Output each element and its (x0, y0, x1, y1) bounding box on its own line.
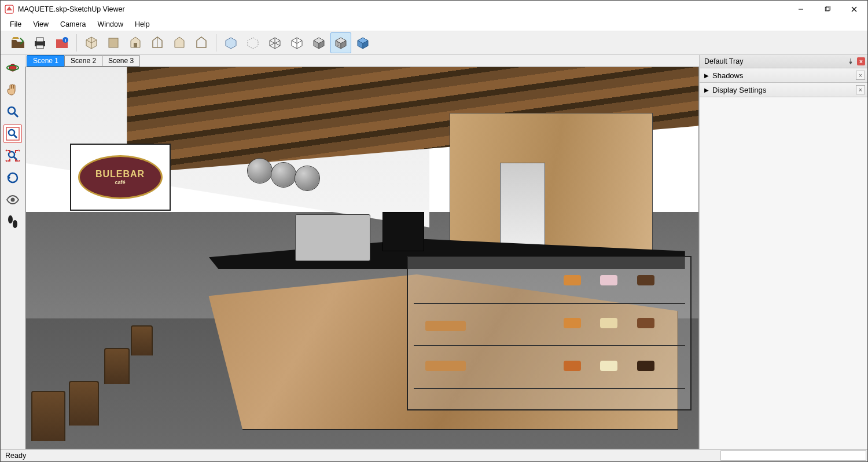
scene-tab-3[interactable]: Scene 3 (102, 55, 140, 67)
model-viewport[interactable]: BULEBAR café (25, 67, 699, 449)
menu-camera[interactable]: Camera (56, 19, 90, 30)
minimize-button[interactable] (788, 1, 814, 18)
style-monochrome-button[interactable] (352, 32, 373, 53)
zoom-extents-tool[interactable] (3, 146, 22, 165)
view-back-button[interactable] (169, 32, 190, 53)
scene-tab-2[interactable]: Scene 2 (64, 55, 102, 67)
tray-title: Default Tray (704, 57, 743, 65)
open-file-button[interactable] (8, 32, 28, 53)
scene-fridge (500, 163, 545, 252)
style-backedges-button[interactable] (242, 32, 263, 53)
view-left-button[interactable] (191, 32, 212, 53)
menu-view[interactable]: View (28, 19, 53, 30)
view-iso-button[interactable] (81, 32, 102, 53)
scene-seating-area (26, 250, 160, 441)
style-hiddenline-button[interactable] (286, 32, 307, 53)
menu-help[interactable]: Help (130, 19, 155, 30)
svg-rect-8 (36, 45, 43, 49)
section-close-icon[interactable]: × (856, 85, 865, 94)
style-xray-button[interactable] (220, 32, 241, 53)
scene-tabs: Scene 1 Scene 2 Scene 3 (25, 55, 699, 67)
section-close-icon[interactable]: × (856, 71, 865, 80)
sketchup-app-icon (4, 4, 14, 14)
scene-tab-1[interactable]: Scene 1 (27, 55, 65, 67)
default-tray: Default Tray × ▶ Shadows × ▶ Display Set… (699, 55, 867, 449)
svg-rect-11 (109, 38, 118, 47)
view-front-button[interactable] (125, 32, 146, 53)
left-toolbar (1, 55, 25, 449)
collapse-arrow-icon: ▶ (704, 87, 709, 93)
tray-close-icon[interactable]: × (857, 57, 865, 65)
tray-section-display-settings[interactable]: ▶ Display Settings × (700, 83, 867, 97)
svg-line-18 (14, 135, 17, 138)
orbit-tool[interactable] (3, 58, 22, 77)
titlebar: MAQUETE.skp - SketchUp Viewer (1, 1, 867, 18)
svg-point-17 (9, 130, 14, 135)
tray-section-shadows[interactable]: ▶ Shadows × (700, 68, 867, 83)
tray-section-label: Shadows (712, 71, 743, 80)
svg-line-15 (14, 113, 18, 117)
statusbar: Ready (1, 449, 867, 461)
view-right-button[interactable] (147, 32, 168, 53)
style-wireframe-button[interactable] (264, 32, 285, 53)
zoom-window-tool[interactable] (3, 124, 22, 143)
collapse-arrow-icon: ▶ (704, 72, 709, 79)
style-shaded-textures-button[interactable] (330, 32, 351, 53)
menu-file[interactable]: File (5, 19, 26, 30)
svg-point-24 (13, 220, 17, 228)
svg-point-14 (8, 107, 15, 114)
menu-window[interactable]: Window (93, 19, 128, 30)
sign-text-sub: café (115, 179, 126, 185)
model-info-button[interactable]: i (52, 32, 72, 53)
svg-text:i: i (65, 38, 66, 43)
svg-rect-12 (134, 43, 137, 47)
window-title-appname: SketchUp Viewer (69, 5, 125, 13)
zoom-tool[interactable] (3, 102, 22, 121)
view-top-button[interactable] (103, 32, 124, 53)
status-text: Ready (5, 452, 26, 460)
svg-rect-7 (36, 38, 43, 42)
tray-pin-icon[interactable] (847, 57, 855, 65)
scene-wall-sign: BULEBAR café (70, 144, 171, 211)
print-button[interactable] (30, 32, 50, 53)
scene-display-case (407, 256, 692, 411)
close-button[interactable] (841, 1, 867, 18)
scene-pendant-lamp (295, 166, 319, 190)
sign-text-main: BULEBAR (95, 169, 145, 179)
status-measurement-box (720, 450, 866, 461)
svg-point-22 (11, 198, 15, 202)
tray-header[interactable]: Default Tray × (700, 55, 867, 68)
maximize-button[interactable] (814, 1, 841, 18)
walk-tool[interactable] (3, 212, 22, 231)
scene-pos-monitor (382, 212, 424, 251)
scene-pendant-lamp (271, 163, 296, 187)
scene-back-cabinets (450, 113, 653, 259)
app-window: MAQUETE.skp - SketchUp Viewer File View … (0, 0, 868, 462)
menubar: File View Camera Window Help (1, 18, 867, 31)
window-title-filename: MAQUETE.skp (18, 5, 67, 13)
style-shaded-button[interactable] (308, 32, 329, 53)
scene-espresso-machine (295, 214, 370, 261)
top-toolbar: i (1, 31, 867, 55)
pan-tool[interactable] (3, 80, 22, 99)
tray-section-label: Display Settings (712, 86, 766, 94)
look-around-tool[interactable] (3, 190, 22, 209)
svg-point-23 (8, 215, 13, 223)
previous-view-tool[interactable] (3, 168, 22, 187)
